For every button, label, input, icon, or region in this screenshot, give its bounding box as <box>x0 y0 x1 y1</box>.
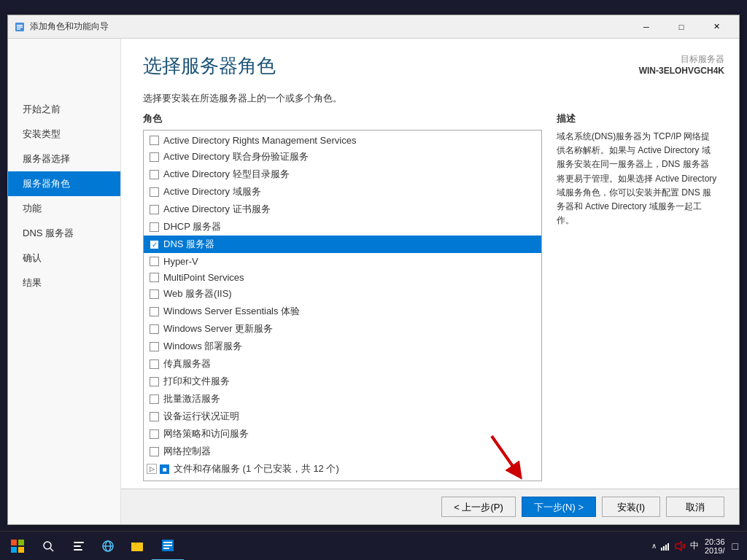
taskbar-cortana[interactable] <box>64 532 93 561</box>
close-button[interactable]: ✕ <box>700 15 733 39</box>
list-item-dns[interactable]: ✓ DNS 服务器 <box>144 236 541 253</box>
instruction-text: 选择要安装在所选服务器上的一个或多个角色。 <box>121 92 739 112</box>
svg-rect-26 <box>663 546 665 551</box>
role-checkbox[interactable] <box>150 429 159 439</box>
clock-time: 20:36 <box>705 537 725 546</box>
list-item[interactable]: MultiPoint Services <box>144 269 541 285</box>
sidebar-item-dns[interactable]: DNS 服务器 <box>8 221 120 246</box>
role-checkbox[interactable] <box>150 273 159 282</box>
sidebar: 开始之前 安装类型 服务器选择 服务器角色 功能 DNS 服务器 确认 结果 <box>8 39 121 524</box>
svg-marker-29 <box>676 542 681 551</box>
role-checkbox[interactable] <box>150 170 159 179</box>
role-label: 打印和文件服务 <box>163 375 230 388</box>
role-label: Active Directory 证书服务 <box>163 203 271 216</box>
role-label: Web 服务器(IIS) <box>163 287 232 300</box>
svg-rect-14 <box>74 549 82 551</box>
maximize-button[interactable]: □ <box>665 15 698 39</box>
taskbar-right: ∧ 中 20:36 2019/ □ <box>651 537 747 555</box>
list-item[interactable]: 远程访问 <box>144 478 541 481</box>
sidebar-item-results[interactable]: 结果 <box>8 271 120 295</box>
svg-line-11 <box>50 548 53 551</box>
role-label: MultiPoint Services <box>163 272 244 283</box>
list-item[interactable]: Windows Server Essentials 体验 <box>144 303 541 320</box>
list-item[interactable]: Active Directory 轻型目录服务 <box>144 166 541 183</box>
taskbar-clock[interactable]: 20:36 2019/ <box>705 537 725 555</box>
list-item[interactable]: 设备运行状况证明 <box>144 408 541 425</box>
sidebar-item-features[interactable]: 功能 <box>8 196 120 221</box>
role-label: Windows Server Essentials 体验 <box>163 305 300 318</box>
next-button[interactable]: 下一步(N) > <box>522 497 596 517</box>
role-checkbox[interactable] <box>150 359 159 369</box>
minimize-button[interactable]: ─ <box>630 15 663 39</box>
role-label-dns: DNS 服务器 <box>163 238 214 251</box>
ime-indicator[interactable]: 中 <box>689 540 700 552</box>
cancel-button[interactable]: 取消 <box>666 497 724 517</box>
role-checkbox[interactable] <box>150 205 159 214</box>
title-bar: 添加角色和功能向导 ─ □ ✕ <box>8 15 739 39</box>
list-item[interactable]: Web 服务器(IIS) <box>144 285 541 303</box>
role-checkbox[interactable] <box>150 324 159 334</box>
taskbar-wizard-app[interactable] <box>152 532 184 561</box>
role-checkbox[interactable] <box>150 412 159 421</box>
clock-date: 2019/ <box>705 546 725 555</box>
list-item[interactable]: Windows Server 更新服务 <box>144 320 541 338</box>
sidebar-item-start[interactable]: 开始之前 <box>8 97 120 122</box>
role-checkbox[interactable] <box>150 447 159 456</box>
role-checkbox[interactable] <box>150 187 159 197</box>
role-checkbox[interactable] <box>150 342 159 351</box>
search-button[interactable] <box>35 532 61 561</box>
list-item[interactable]: 批量激活服务 <box>144 390 541 408</box>
role-label: 设备运行状况证明 <box>163 410 239 423</box>
taskbar-explorer[interactable] <box>123 532 152 561</box>
role-label: 传真服务器 <box>163 357 211 370</box>
list-item[interactable]: Active Directory 证书服务 <box>144 201 541 218</box>
list-item[interactable]: 网络控制器 <box>144 443 541 460</box>
start-button[interactable] <box>0 532 35 561</box>
list-item[interactable]: DHCP 服务器 <box>144 218 541 236</box>
role-checkbox[interactable] <box>150 377 159 386</box>
role-label: Active Directory Rights Management Servi… <box>163 135 356 146</box>
expand-icon[interactable]: ▷ <box>147 464 157 474</box>
list-item[interactable]: Active Directory Rights Management Servi… <box>144 132 541 148</box>
role-checkbox-dns[interactable]: ✓ <box>150 240 159 249</box>
role-label: 批量激活服务 <box>163 392 220 405</box>
notification-icon[interactable]: □ <box>729 540 741 552</box>
title-bar-controls: ─ □ ✕ <box>630 15 733 39</box>
role-label: 远程访问 <box>163 480 201 481</box>
list-item[interactable]: Active Directory 域服务 <box>144 183 541 201</box>
role-label: 网络控制器 <box>163 445 211 458</box>
role-checkbox[interactable] <box>150 307 159 316</box>
install-button[interactable]: 安装(I) <box>602 497 660 517</box>
svg-rect-13 <box>74 545 81 547</box>
list-item[interactable]: Windows 部署服务 <box>144 338 541 355</box>
main-window: 添加角色和功能向导 ─ □ ✕ 开始之前 安装类型 服务器选择 服务器角色 功能… <box>7 15 740 525</box>
tray-up-arrow[interactable]: ∧ <box>651 542 657 550</box>
sidebar-item-confirm[interactable]: 确认 <box>8 246 120 271</box>
role-checkbox[interactable] <box>150 394 159 404</box>
role-checkbox[interactable] <box>150 152 159 162</box>
taskbar-ie[interactable] <box>93 532 123 561</box>
list-item-files[interactable]: ▷ ■ 文件和存储服务 (1 个已安装，共 12 个) <box>144 460 541 478</box>
role-checkbox[interactable] <box>150 222 159 232</box>
list-item[interactable]: 传真服务器 <box>144 355 541 373</box>
role-checkbox[interactable] <box>150 136 159 145</box>
taskbar-icon-group <box>64 532 93 561</box>
list-item[interactable]: Hyper-V <box>144 253 541 269</box>
roles-list-container[interactable]: Active Directory Rights Management Servi… <box>143 130 542 481</box>
list-item[interactable]: Active Directory 联合身份验证服务 <box>144 148 541 166</box>
list-item[interactable]: 打印和文件服务 <box>144 373 541 390</box>
role-checkbox[interactable] <box>150 289 159 299</box>
list-item[interactable]: 网络策略和访问服务 <box>144 425 541 443</box>
role-checkbox-files[interactable]: ■ <box>160 464 169 474</box>
svg-rect-24 <box>163 548 169 549</box>
prev-button[interactable]: < 上一步(P) <box>441 497 516 517</box>
sidebar-item-install-type[interactable]: 安装类型 <box>8 122 120 147</box>
svg-rect-9 <box>18 547 24 553</box>
sidebar-item-server-roles[interactable]: 服务器角色 <box>8 171 120 196</box>
sidebar-item-server-select[interactable]: 服务器选择 <box>8 147 120 171</box>
svg-rect-2 <box>17 26 23 28</box>
role-checkbox[interactable] <box>150 257 159 266</box>
svg-rect-23 <box>163 545 172 546</box>
taskbar: ∧ 中 20:36 2019/ □ <box>0 531 747 560</box>
title-bar-icon <box>14 21 26 33</box>
